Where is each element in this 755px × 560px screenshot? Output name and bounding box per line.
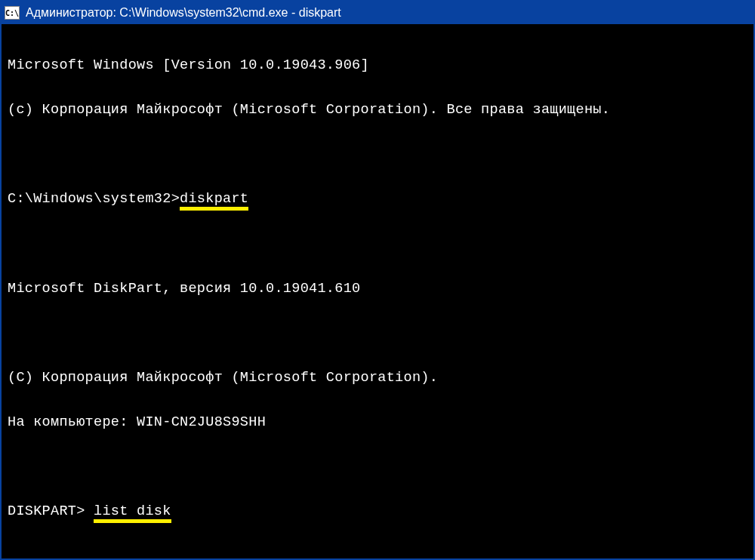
command-diskpart: diskpart [180, 192, 248, 211]
output-line: (c) Корпорация Майкрософт (Microsoft Cor… [8, 99, 747, 122]
output-line: Microsoft Windows [Version 10.0.19043.90… [8, 54, 747, 77]
blank-line [8, 143, 747, 166]
prompt-line: DISKPART> list disk [8, 500, 747, 523]
cmd-icon: C:\ [5, 6, 20, 20]
output-line: Microsoft DiskPart, версия 10.0.19041.61… [8, 278, 747, 300]
blank-line [8, 546, 747, 560]
output-line: На компьютере: WIN-CN2JU8S9SHH [8, 411, 747, 434]
command-list-disk: list disk [94, 505, 171, 523]
blank-line [8, 456, 747, 478]
prompt-line: C:\Windows\system32>diskpart [8, 188, 747, 211]
window-titlebar[interactable]: C:\ Администратор: C:\Windows\system32\c… [2, 2, 753, 24]
output-line: (C) Корпорация Майкрософт (Microsoft Cor… [8, 367, 747, 389]
diskpart-prompt: DISKPART> [8, 503, 94, 519]
blank-line [8, 232, 747, 255]
window-title: Администратор: C:\Windows\system32\cmd.e… [26, 6, 341, 20]
prompt: C:\Windows\system32> [8, 191, 180, 207]
terminal-output[interactable]: Microsoft Windows [Version 10.0.19043.90… [2, 24, 753, 560]
blank-line [8, 322, 747, 345]
